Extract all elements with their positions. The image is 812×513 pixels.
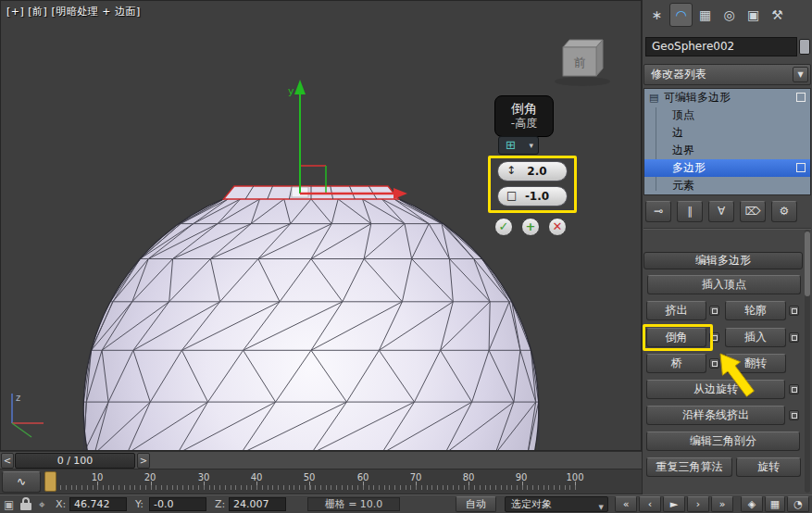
go-to-end-button[interactable]: » [711,496,733,512]
3dsmax-window: y 前 z [+] [前] [明暗处理 + 边面] [0,0,812,513]
make-unique-button[interactable]: ∀ [708,201,734,222]
panel-scrollbar[interactable] [805,230,810,493]
configure-modifier-sets-button[interactable]: ⚙ [771,201,797,222]
selection-lock-icon[interactable] [20,497,31,510]
caddy-tooltip-subtitle: -高度 [499,117,549,131]
bridge-settings-button[interactable] [709,358,719,369]
tab-utilities[interactable]: ⚒ [766,3,789,27]
flip-button[interactable]: 翻转 [725,354,786,373]
stack-pin-icon[interactable] [796,93,806,102]
tab-display[interactable]: ▣ [742,3,765,27]
stack-item-label[interactable]: 多边形 [672,159,706,177]
stack-item-label[interactable]: 元素 [672,177,694,194]
stack-item-label[interactable]: 边 [672,124,683,142]
caddy-cancel-button[interactable]: ✕ [548,218,567,236]
current-frame-marker[interactable] [44,471,56,492]
insert-vertex-button[interactable]: 插入顶点 [647,275,801,294]
viewport-front[interactable]: y 前 z [+] [前] [明暗处理 + 边面] [0,0,642,451]
caddy-height-spinner[interactable]: ↕ 2.0 [497,161,568,181]
extrude-along-spline-settings-button[interactable] [789,410,799,420]
caddy-ok-button[interactable]: ✓ [494,218,513,236]
pin-stack-button[interactable]: ⊸ [645,201,671,222]
hinge-from-edge-button[interactable]: 从边旋转 [646,380,785,399]
x-coord-input[interactable]: 46.742 [69,497,127,511]
go-to-start-button[interactable]: « [615,496,637,512]
rollout-edit-polygons-header[interactable]: 编辑多边形 [643,252,803,269]
caddy-outline-spinner[interactable]: □ -1.0 [497,186,568,206]
retriangulate-button[interactable]: 重复三角算法 [646,457,732,477]
edit-triangulation-button[interactable]: 编辑三角剖分 [646,432,800,451]
y-coord-label: Y: [135,498,144,510]
viewport-canvas[interactable]: y 前 z [1,1,642,451]
outline-button[interactable]: 轮廓 [725,301,786,320]
extrude-settings-button[interactable] [709,306,719,316]
key-mode-toggle-button[interactable]: ◈ [741,496,763,512]
auto-key-button[interactable]: 自动 [456,496,496,512]
show-end-result-button[interactable]: ∥ [677,201,703,222]
isolate-selection-icon[interactable]: ▣ [4,498,14,511]
play-button[interactable]: ► [663,496,685,512]
object-name-input[interactable]: GeoSphere002 [645,37,797,56]
selection-set-label: 选定对象 [511,498,552,510]
geosphere-object[interactable] [83,181,539,451]
remove-modifier-button[interactable]: ⌦ [740,201,766,222]
stack-item-label[interactable]: 边界 [672,142,694,159]
caddy-apply-button[interactable]: + [521,218,540,236]
tab-create[interactable]: ∗ [645,3,668,27]
absolute-mode-icon[interactable]: ⌖ [39,498,45,511]
time-slider-track[interactable]: < 0 / 100 > [0,451,642,469]
extrude-button[interactable]: 挤出 [646,301,706,320]
tab-modify[interactable]: ◠ [669,3,693,27]
timeline-ruler[interactable]: 10 20 30 40 50 60 70 80 90 100 [0,469,642,494]
caddy-outline-value[interactable]: -1.0 [498,190,567,203]
extrude-along-spline-button[interactable]: 沿样条线挤出 [646,406,785,425]
hinge-settings-button[interactable] [789,384,799,394]
inset-button[interactable]: 插入 [725,328,786,347]
inset-settings-button[interactable] [789,332,799,343]
ruler-number: 10 [92,472,104,482]
stack-item-editable-poly[interactable]: ▤ 可编辑多边形 [644,89,810,106]
stack-item-label[interactable]: 可编辑多边形 [664,89,731,106]
stack-item-border[interactable]: 边界 [644,142,810,159]
ruler-number: 60 [357,472,369,482]
y-coord-input[interactable]: -0.0 [149,497,206,511]
stack-item-edge[interactable]: 边 [644,124,810,142]
gizmo-x-arrowhead[interactable] [394,188,407,199]
caddy-height-value[interactable]: 2.0 [498,165,567,178]
time-slider-handle[interactable]: 0 / 100 [15,453,135,469]
viewcube[interactable]: 前 [555,40,610,86]
modifier-stack: ▤ 可编辑多边形 顶点 边 边界 多边形 元素 [643,88,811,195]
bevel-button[interactable]: 倒角 [646,328,706,347]
object-color-swatch[interactable] [799,39,810,55]
stack-item-label[interactable]: 顶点 [672,106,694,124]
bridge-button[interactable]: 桥 [646,354,706,373]
move-gizmo[interactable]: y [288,80,407,199]
turn-button[interactable]: 旋转 [736,457,801,477]
outline-settings-button[interactable] [789,306,799,316]
key-filters-button[interactable]: ▦ [765,496,785,512]
previous-key-button[interactable]: ‹ [639,496,661,512]
subobject-active-icon[interactable] [796,163,806,172]
time-configuration-button[interactable]: ◔ [787,496,809,512]
stack-item-element[interactable]: 元素 [644,177,810,194]
next-frame-button[interactable]: > [137,453,150,469]
modifier-list-caret-icon[interactable]: ▼ [793,67,808,82]
tab-hierarchy[interactable]: ▦ [693,3,717,27]
mini-curve-editor-button[interactable]: ∿ [2,471,41,493]
z-coord-input[interactable]: 24.007 [229,497,286,511]
modifier-list-dropdown[interactable]: 修改器列表 ▼ [643,64,811,85]
next-key-button[interactable]: › [687,496,709,512]
previous-frame-button[interactable]: < [1,453,14,469]
stack-item-vertex[interactable]: 顶点 [644,106,810,124]
caddy-group-mode-button[interactable]: ⊞ ▾ [498,136,539,155]
selection-set-caret-icon[interactable]: ▼ [599,501,604,513]
selection-set-dropdown[interactable]: 选定对象 ▼ [505,496,608,512]
caddy-group-icon: ⊞ [506,138,516,152]
stack-item-polygon-selected[interactable]: 多边形 [644,159,810,177]
bevel-settings-button[interactable] [709,332,719,343]
viewcube-front-face-label[interactable]: 前 [574,56,586,69]
tab-motion[interactable]: ◎ [718,3,741,27]
viewport-label[interactable]: [+] [前] [明暗处理 + 边面] [6,5,141,19]
caddy-group-caret-icon[interactable]: ▾ [529,141,533,150]
gizmo-y-arrowhead[interactable] [294,80,306,94]
